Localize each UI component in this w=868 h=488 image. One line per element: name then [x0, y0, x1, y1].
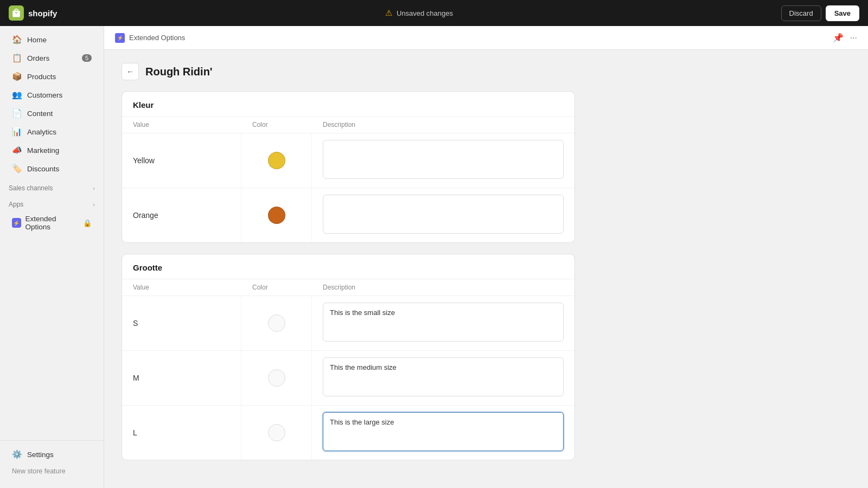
sidebar-item-label: Discounts	[27, 165, 59, 173]
bag-svg	[11, 8, 21, 18]
sidebar-item-content[interactable]: 📄 Content	[3, 105, 100, 122]
page-title: Rough Ridin'	[145, 66, 213, 78]
sidebar-item-discounts[interactable]: 🏷️ Discounts	[3, 160, 100, 177]
chevron-right-icon: ›	[93, 201, 95, 208]
save-button[interactable]: Save	[826, 5, 859, 21]
s-color-circle[interactable]	[268, 314, 285, 332]
grootte-card-header: Grootte	[122, 254, 575, 279]
kleur-desc-yellow	[312, 133, 575, 188]
topbar: shopify ⚠ Unsaved changes Discard Save	[0, 0, 868, 26]
main-layout: 🏠 Home 📋 Orders 5 📦 Products 👥 Customers…	[0, 26, 868, 488]
kleur-desc-textarea-yellow[interactable]	[323, 140, 564, 179]
orange-color-circle[interactable]	[268, 207, 285, 224]
logo[interactable]: shopify	[9, 5, 57, 21]
sidebar-item-extended-options[interactable]: ⚡ Extended Options 🔒	[3, 211, 100, 235]
kleur-th-value: Value	[133, 121, 252, 129]
grootte-table-header: Value Color Description	[122, 279, 575, 296]
kleur-value-yellow: Yellow	[122, 133, 241, 188]
back-button[interactable]: ←	[122, 63, 139, 80]
kleur-row-yellow: Yellow	[122, 133, 575, 188]
discard-button[interactable]: Discard	[781, 5, 821, 21]
new-store-label: New store feature	[12, 467, 66, 475]
l-color-circle[interactable]	[268, 424, 285, 441]
pin-icon[interactable]: 📌	[833, 33, 844, 43]
chevron-right-icon: ›	[93, 185, 95, 191]
discounts-icon: 🏷️	[12, 164, 22, 174]
sidebar-item-label: Products	[27, 73, 56, 81]
kleur-th-desc: Description	[323, 121, 564, 129]
grootte-desc-textarea-l[interactable]: This is the large size	[323, 412, 564, 451]
yellow-color-circle[interactable]	[268, 152, 285, 169]
warning-icon: ⚠	[385, 8, 392, 18]
sidebar-item-label: Marketing	[27, 146, 59, 155]
sub-header-app-name: Extended Options	[129, 34, 185, 42]
unsaved-notice: ⚠ Unsaved changes	[63, 8, 774, 18]
extended-options-label: Extended Options	[25, 215, 79, 231]
sidebar-item-label: Content	[27, 110, 53, 118]
marketing-icon: 📣	[12, 145, 22, 155]
orders-badge: 5	[82, 54, 92, 62]
grootte-row-m: M This the medium size	[122, 351, 575, 406]
page-header: ← Rough Ridin'	[122, 63, 575, 80]
kleur-color-yellow[interactable]	[241, 133, 312, 188]
sidebar-item-new-store[interactable]: New store feature	[3, 464, 100, 479]
sidebar-item-label: Customers	[27, 91, 62, 99]
content-icon: 📄	[12, 108, 22, 118]
sidebar-bottom: ⚙️ Settings New store feature	[0, 440, 104, 484]
sidebar-item-orders[interactable]: 📋 Orders 5	[3, 49, 100, 67]
more-options-icon[interactable]: ···	[850, 33, 857, 43]
topbar-actions: Discard Save	[781, 5, 859, 21]
sidebar-item-home[interactable]: 🏠 Home	[3, 31, 100, 48]
settings-icon: ⚙️	[12, 450, 22, 459]
grootte-th-value: Value	[133, 284, 252, 291]
lock-icon: 🔒	[83, 219, 92, 227]
grootte-th-color: Color	[252, 284, 323, 291]
sidebar-item-marketing[interactable]: 📣 Marketing	[3, 142, 100, 159]
analytics-icon: 📊	[12, 127, 22, 137]
sidebar-item-customers[interactable]: 👥 Customers	[3, 86, 100, 104]
grootte-value-s: S	[122, 296, 241, 350]
grootte-color-s[interactable]	[241, 296, 312, 350]
grootte-color-l[interactable]	[241, 406, 312, 460]
kleur-card-header: Kleur	[122, 92, 575, 117]
shopify-bag-icon	[9, 5, 24, 21]
kleur-desc-textarea-orange[interactable]	[323, 195, 564, 234]
grootte-card: Grootte Value Color Description S This i	[122, 254, 575, 460]
grootte-desc-l: This is the large size	[312, 406, 575, 460]
sidebar-item-settings[interactable]: ⚙️ Settings	[3, 446, 100, 463]
orders-icon: 📋	[12, 53, 22, 63]
logo-text: shopify	[28, 9, 57, 18]
kleur-th-color: Color	[252, 121, 323, 129]
extended-options-icon: ⚡	[12, 218, 21, 228]
kleur-table-header: Value Color Description	[122, 117, 575, 133]
grootte-th-desc: Description	[323, 284, 564, 291]
grootte-desc-m: This the medium size	[312, 351, 575, 405]
grootte-row-s: S This is the small size	[122, 296, 575, 351]
sub-header-left: ⚡ Extended Options	[115, 33, 185, 43]
sub-header: ⚡ Extended Options 📌 ···	[104, 26, 868, 50]
grootte-color-m[interactable]	[241, 351, 312, 405]
sales-channels-section: Sales channels ›	[0, 178, 104, 194]
customers-icon: 👥	[12, 90, 22, 100]
back-icon: ←	[126, 67, 134, 76]
grootte-row-l: L This is the large size	[122, 406, 575, 460]
m-color-circle[interactable]	[268, 369, 285, 387]
sidebar-item-label: Analytics	[27, 128, 56, 136]
content-area: ⚡ Extended Options 📌 ··· ← Rough Ridin' …	[104, 26, 868, 488]
grootte-desc-textarea-s[interactable]: This is the small size	[323, 303, 564, 342]
sidebar-item-analytics[interactable]: 📊 Analytics	[3, 123, 100, 140]
grootte-value-l: L	[122, 406, 241, 460]
sub-header-right: 📌 ···	[833, 33, 857, 43]
kleur-desc-orange	[312, 188, 575, 242]
kleur-color-orange[interactable]	[241, 188, 312, 242]
products-icon: 📦	[12, 72, 22, 81]
sidebar-item-label: Settings	[27, 451, 54, 459]
extended-options-sub-icon: ⚡	[115, 33, 125, 43]
sidebar-item-products[interactable]: 📦 Products	[3, 68, 100, 85]
kleur-value-orange: Orange	[122, 188, 241, 242]
grootte-desc-s: This is the small size	[312, 296, 575, 350]
apps-section: Apps ›	[0, 194, 104, 210]
grootte-value-m: M	[122, 351, 241, 405]
sidebar-item-label: Orders	[27, 54, 49, 62]
grootte-desc-textarea-m[interactable]: This the medium size	[323, 357, 564, 396]
